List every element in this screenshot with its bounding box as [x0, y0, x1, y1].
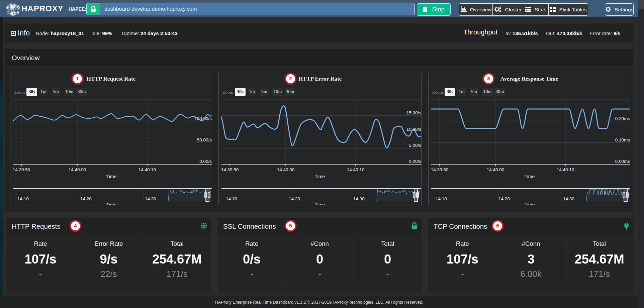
- svg-text:0.20ms: 0.20ms: [615, 116, 630, 121]
- svg-text:14:30: 14:30: [145, 196, 156, 201]
- svg-text:14:20: 14:20: [498, 196, 510, 201]
- svg-text:Time: Time: [106, 174, 117, 179]
- svg-text:14:10: 14:10: [17, 196, 29, 201]
- svg-text:Time: Time: [525, 174, 535, 179]
- svg-text:14:20: 14:20: [289, 196, 300, 201]
- svg-text:14:39:50: 14:39:50: [431, 167, 449, 172]
- svg-text:0.00/s: 0.00/s: [409, 159, 421, 164]
- svg-text:Time: Time: [106, 202, 117, 205]
- svg-text:14:40:00: 14:40:00: [69, 167, 86, 172]
- svg-text:14:10: 14:10: [436, 196, 447, 201]
- svg-text:0.00ms: 0.00ms: [615, 159, 630, 164]
- svg-text:14:39:50: 14:39:50: [221, 167, 239, 172]
- svg-text:100.00/s: 100.00/s: [194, 116, 212, 121]
- svg-text:14:40:00: 14:40:00: [277, 167, 295, 172]
- svg-text:0.00/s: 0.00/s: [199, 159, 212, 164]
- svg-text:14:40:00: 14:40:00: [487, 167, 504, 172]
- svg-text:Time: Time: [315, 202, 325, 205]
- svg-text:14:39:50: 14:39:50: [13, 167, 30, 172]
- svg-text:15.00/s: 15.00/s: [406, 110, 422, 115]
- svg-text:14:10: 14:10: [226, 196, 237, 201]
- svg-text:14:30: 14:30: [353, 196, 365, 201]
- svg-text:Time: Time: [525, 202, 535, 205]
- svg-text:14:30: 14:30: [563, 196, 574, 201]
- svg-text:14:20: 14:20: [80, 196, 92, 201]
- svg-text:Time: Time: [315, 174, 325, 179]
- svg-text:5.00/s: 5.00/s: [409, 143, 421, 148]
- svg-text:14:40:10: 14:40:10: [347, 167, 365, 172]
- svg-text:50.00/s: 50.00/s: [197, 137, 212, 142]
- svg-text:14:40:10: 14:40:10: [139, 167, 156, 172]
- svg-text:10.00/s: 10.00/s: [406, 127, 422, 132]
- svg-text:14:40:10: 14:40:10: [557, 167, 574, 172]
- svg-text:0.10ms: 0.10ms: [615, 137, 630, 142]
